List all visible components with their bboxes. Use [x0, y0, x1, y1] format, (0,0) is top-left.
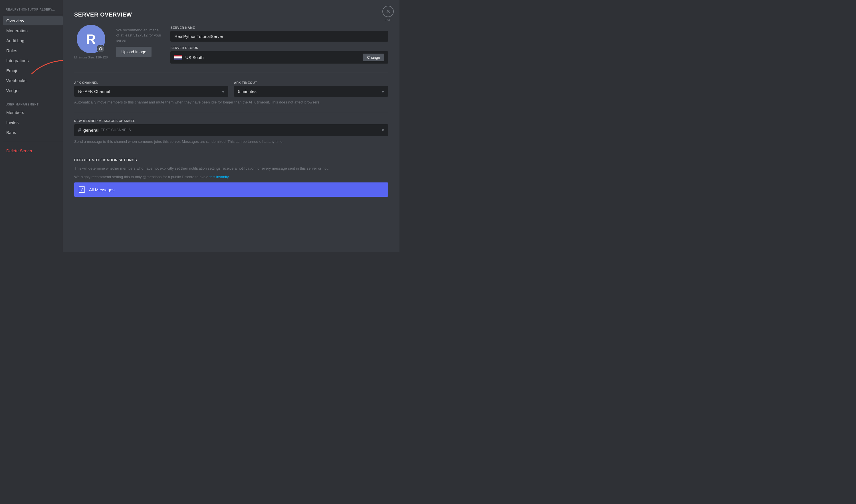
all-messages-option[interactable]: ✓ All Messages [74, 182, 388, 197]
sidebar-item-overview[interactable]: Overview [3, 16, 63, 25]
server-info-section: SERVER NAME SERVER REGION US South Chang… [170, 25, 388, 64]
divider-1 [74, 112, 388, 112]
afk-channel-group: AFK CHANNEL No AFK Channel ▾ [74, 81, 228, 97]
close-button[interactable]: ✕ ESC [382, 6, 394, 22]
sidebar: REALPYTHONTUTORIALSERV... Overview Moder… [0, 0, 63, 252]
afk-channel-select-wrapper: No AFK Channel ▾ [74, 86, 228, 97]
page-title: SERVER OVERVIEW [74, 12, 388, 18]
server-name-field: SERVER NAME [170, 26, 388, 42]
all-messages-label: All Messages [89, 187, 115, 192]
avatar-edit-button[interactable] [97, 45, 105, 53]
change-region-button[interactable]: Change [363, 54, 384, 61]
sidebar-item-members[interactable]: Members [3, 108, 63, 117]
sidebar-item-emoji[interactable]: Emoji [3, 66, 63, 75]
sidebar-item-widget[interactable]: Widget [3, 86, 63, 95]
afk-timeout-label: AFK TIMEOUT [234, 81, 388, 84]
notification-desc-2: We highly recommend setting this to only… [74, 174, 388, 180]
sidebar-item-roles[interactable]: Roles [3, 46, 63, 55]
upload-image-button[interactable]: Upload Image [116, 47, 151, 57]
sidebar-item-webhooks[interactable]: Webhooks [3, 76, 63, 85]
afk-row: AFK CHANNEL No AFK Channel ▾ AFK TIMEOUT… [74, 81, 388, 97]
channel-type-label: TEXT CHANNELS [101, 128, 131, 132]
server-name-input[interactable] [170, 31, 388, 42]
insanity-link[interactable]: this insanity [209, 175, 228, 179]
sidebar-item-bans[interactable]: Bans [3, 128, 63, 137]
sidebar-item-integrations[interactable]: Integrations [3, 56, 63, 65]
channel-arrow-icon: ▾ [382, 127, 384, 133]
camera-icon [99, 47, 103, 51]
delete-server-button[interactable]: Delete Server [6, 146, 63, 155]
avatar-wrapper: R [77, 25, 105, 53]
sidebar-item-moderation[interactable]: Moderation [3, 26, 63, 35]
esc-label: ESC [384, 18, 392, 22]
new-member-channel-group: NEW MEMBER MESSAGES CHANNEL # general TE… [74, 119, 388, 136]
recommend-text: We recommend an image of at least 512x51… [116, 28, 162, 43]
overview-top-section: R Minimum Size: 128x128 We recommend an … [74, 25, 388, 72]
afk-timeout-group: AFK TIMEOUT 5 minutes ▾ [234, 81, 388, 97]
channel-select[interactable]: # general TEXT CHANNELS ▾ [74, 124, 388, 136]
region-name: US South [185, 55, 363, 60]
close-icon: ✕ [382, 6, 394, 17]
user-management-label: USER MANAGEMENT [3, 98, 63, 108]
checkbox-icon: ✓ [79, 186, 85, 193]
notification-desc-1: This will determine whether members who … [74, 166, 388, 171]
sidebar-item-invites[interactable]: Invites [3, 118, 63, 127]
region-selector[interactable]: US South Change [170, 51, 388, 64]
avatar-section: R Minimum Size: 128x128 [74, 25, 107, 59]
afk-timeout-select[interactable]: 5 minutes [234, 86, 388, 97]
server-name: REALPYTHONTUTORIALSERV... [3, 6, 63, 14]
sidebar-item-audit-log[interactable]: Audit Log [3, 36, 63, 45]
afk-description: Automatically move members to this chann… [74, 100, 388, 105]
divider-2 [74, 151, 388, 151]
new-member-channel-label: NEW MEMBER MESSAGES CHANNEL [74, 119, 388, 123]
notification-title: DEFAULT NOTIFICATION SETTINGS [74, 158, 388, 162]
avatar-min-size-text: Minimum Size: 128x128 [74, 56, 107, 59]
server-region-label: SERVER REGION [170, 46, 388, 50]
upload-section: We recommend an image of at least 512x51… [116, 25, 162, 57]
afk-timeout-select-wrapper: 5 minutes ▾ [234, 86, 388, 97]
main-content: ✕ ESC SERVER OVERVIEW R Minimum Size: 12… [63, 0, 399, 252]
channel-name: general [83, 128, 99, 132]
server-name-label: SERVER NAME [170, 26, 388, 29]
channel-description: Send a message to this channel when some… [74, 139, 388, 145]
afk-channel-select[interactable]: No AFK Channel [74, 86, 228, 97]
us-flag-icon [174, 55, 182, 60]
hash-icon: # [78, 127, 81, 133]
server-region-field: SERVER REGION US South Change [170, 46, 388, 64]
afk-channel-label: AFK CHANNEL [74, 81, 228, 84]
